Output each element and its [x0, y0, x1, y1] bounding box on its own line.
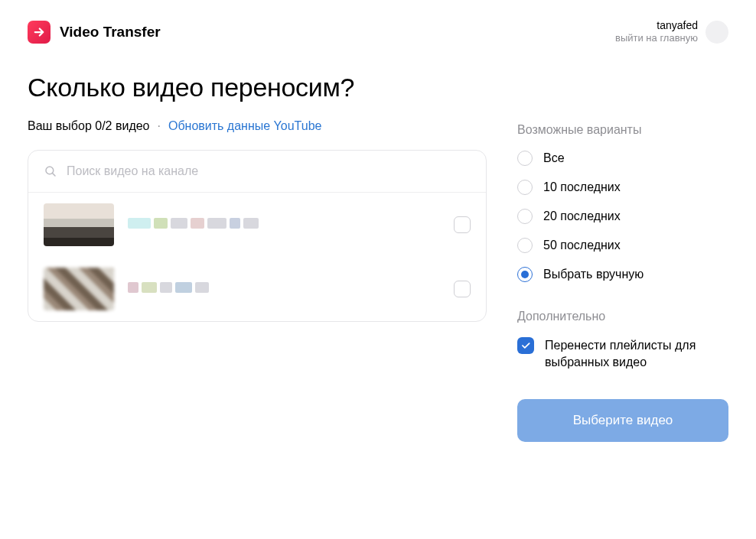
selection-count: Ваш выбор 0/2 видео [28, 119, 150, 133]
video-title-placeholder [128, 218, 440, 232]
radio-option-20[interactable]: 20 последних [517, 209, 728, 224]
user-area[interactable]: tanyafed выйти на главную [615, 18, 728, 45]
video-thumbnail [44, 203, 114, 246]
checkbox-playlists[interactable]: Перенести плейлисты для выбранных видео [517, 337, 728, 372]
video-panel [28, 150, 487, 322]
search-row [28, 151, 486, 193]
radio-option-50[interactable]: 50 последних [517, 238, 728, 253]
radio-label: Все [543, 151, 565, 165]
radio-option-10[interactable]: 10 последних [517, 180, 728, 195]
video-thumbnail [44, 268, 114, 310]
user-sublink[interactable]: выйти на главную [615, 32, 698, 45]
radio-option-manual[interactable]: Выбрать вручную [517, 267, 728, 282]
video-list-item[interactable] [28, 257, 486, 321]
radio-icon-selected [517, 267, 533, 282]
checkbox-checked-icon [517, 337, 534, 354]
select-videos-button[interactable]: Выберите видео [517, 399, 728, 442]
radio-label: 20 последних [543, 209, 621, 223]
checkbox-label: Перенести плейлисты для выбранных видео [545, 337, 728, 372]
brand-title: Video Transfer [60, 24, 161, 41]
radio-label: 50 последних [543, 239, 621, 252]
page-title: Сколько видео переносим? [28, 73, 487, 102]
header: Video Transfer tanyafed выйти на главную [0, 0, 756, 45]
username: tanyafed [615, 18, 698, 32]
video-checkbox[interactable] [454, 281, 471, 297]
brand: Video Transfer [28, 21, 161, 44]
separator: · [158, 119, 161, 133]
video-title-placeholder [128, 282, 440, 296]
radio-label: Выбрать вручную [543, 268, 644, 281]
options-section-label: Возможные варианты [517, 123, 728, 137]
radio-group: Все 10 последних 20 последних 50 последн… [517, 151, 728, 282]
radio-icon [517, 238, 533, 253]
extra-section-label: Дополнительно [517, 310, 728, 323]
radio-label: 10 последних [543, 180, 621, 194]
refresh-youtube-link[interactable]: Обновить данные YouTube [168, 119, 322, 133]
subtitle-row: Ваш выбор 0/2 видео · Обновить данные Yo… [28, 119, 487, 133]
radio-icon [517, 180, 533, 195]
video-checkbox[interactable] [454, 216, 471, 233]
radio-icon [517, 151, 533, 166]
search-icon [44, 164, 57, 178]
search-input[interactable] [67, 164, 471, 178]
svg-line-1 [53, 174, 55, 176]
video-list-item[interactable] [28, 193, 486, 257]
app-logo-icon [28, 21, 51, 44]
radio-option-all[interactable]: Все [517, 151, 728, 166]
radio-icon [517, 209, 533, 224]
avatar[interactable] [705, 21, 728, 44]
